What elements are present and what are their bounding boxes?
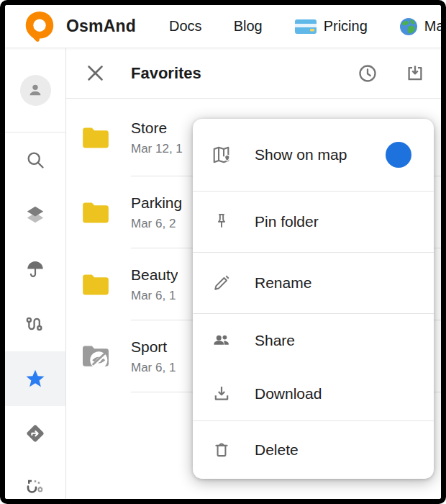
sidebar-item-account[interactable]: [5, 48, 65, 132]
show-on-map-toggle[interactable]: [369, 145, 409, 164]
top-navbar: OsmAnd Docs Blog Pricing Map: [5, 5, 441, 48]
folder-name: Beauty: [131, 265, 178, 285]
nav-link-pricing-label: Pricing: [324, 18, 368, 35]
recent-button[interactable]: [358, 63, 378, 84]
route-icon: [25, 314, 45, 334]
nav-link-docs-label: Docs: [169, 18, 202, 35]
import-icon: [405, 63, 425, 84]
person-icon: [26, 81, 45, 99]
credit-card-icon: [294, 18, 317, 35]
folder-date: Mar 6, 2: [131, 215, 182, 233]
sidebar-item-navigation[interactable]: [5, 406, 65, 461]
map-icon: [211, 144, 232, 166]
menu-item-label: Share: [255, 332, 295, 349]
close-icon: [86, 63, 105, 83]
folder-name: Store: [131, 118, 183, 138]
nav-link-pricing[interactable]: Pricing: [294, 18, 368, 35]
menu-item-label: Download: [255, 385, 322, 402]
favorites-header: Favorites: [66, 48, 441, 99]
folder-icon: [81, 200, 111, 225]
menu-item-share[interactable]: Share: [193, 314, 434, 367]
menu-item-pin-folder[interactable]: Pin folder: [193, 192, 434, 252]
folder-icon: [81, 272, 111, 297]
recent-icon: [358, 63, 378, 84]
star-icon: [24, 368, 46, 390]
menu-item-show-on-map[interactable]: Show on map: [193, 119, 434, 191]
page-title: Favorites: [131, 64, 201, 83]
folder-date: Mar 6, 1: [131, 287, 178, 305]
nav-link-map[interactable]: Map: [399, 17, 446, 36]
sidebar-item-tracks[interactable]: [5, 297, 65, 351]
toggle-thumb: [386, 142, 411, 168]
sidebar-item-favorites[interactable]: [5, 351, 65, 406]
trash-icon: [212, 440, 231, 460]
menu-item-label: Rename: [255, 274, 311, 292]
sidebar-item-plan-route[interactable]: [5, 461, 65, 504]
folder-icon: [81, 125, 111, 150]
import-button[interactable]: [405, 63, 425, 84]
people-icon: [211, 330, 232, 351]
pushpin-icon: [212, 212, 231, 232]
menu-item-label: Pin folder: [255, 213, 319, 230]
pencil-icon: [211, 273, 232, 293]
search-icon: [25, 150, 45, 170]
folder-date: Mar 6, 1: [131, 359, 176, 377]
sidebar-item-search[interactable]: [5, 132, 65, 187]
nav-link-blog[interactable]: Blog: [234, 18, 263, 35]
nav-link-map-label: Map: [424, 18, 446, 35]
menu-item-rename[interactable]: Rename: [193, 253, 434, 313]
osmand-logo-icon[interactable]: [24, 10, 55, 43]
globe-icon: [399, 17, 418, 36]
download-icon: [211, 384, 232, 404]
menu-item-label: Show on map: [255, 146, 347, 163]
nav-link-blog-label: Blog: [234, 18, 263, 35]
plan-route-icon: [24, 477, 46, 499]
folder-context-menu: Show on map Pin folder: [193, 119, 434, 479]
folder-name: Sport: [131, 337, 176, 357]
umbrella-icon: [25, 259, 45, 279]
folder-hidden-icon: [81, 343, 111, 369]
close-button[interactable]: [85, 63, 105, 84]
folder-name: Parking: [131, 193, 182, 213]
sidebar: [5, 48, 66, 499]
menu-item-label: Delete: [255, 441, 299, 459]
menu-item-download[interactable]: Download: [193, 367, 434, 420]
directions-icon: [24, 423, 46, 444]
sidebar-item-layers[interactable]: [5, 187, 65, 242]
menu-item-delete[interactable]: Delete: [193, 421, 434, 479]
brand-title[interactable]: OsmAnd: [66, 17, 136, 36]
app-window: OsmAnd Docs Blog Pricing Map: [0, 0, 446, 504]
nav-link-docs[interactable]: Docs: [169, 18, 202, 35]
sidebar-item-weather[interactable]: [5, 242, 65, 297]
folder-date: Mar 12, 1: [131, 140, 183, 158]
avatar: [20, 75, 51, 106]
layers-icon: [24, 204, 46, 225]
